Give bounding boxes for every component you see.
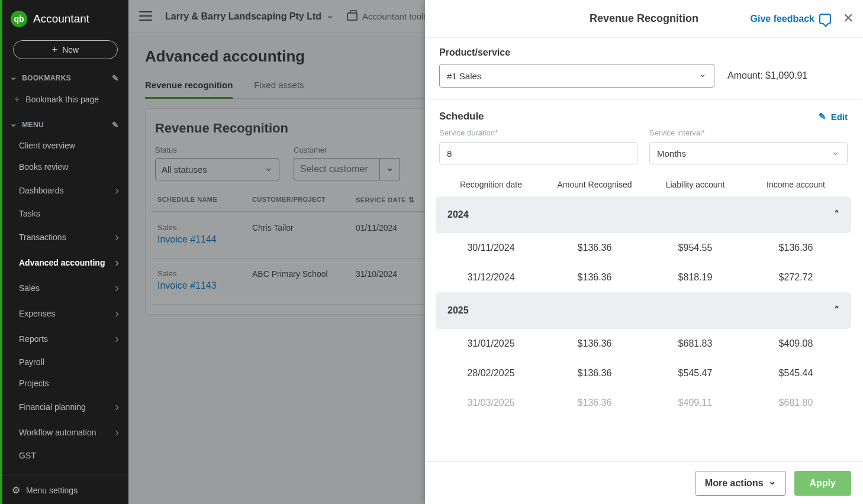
- chevron-right-icon: [115, 425, 119, 439]
- year-band[interactable]: 2025: [436, 292, 851, 329]
- gear-icon: [12, 484, 20, 496]
- chevron-down-icon: ⌄: [699, 69, 707, 79]
- year-band[interactable]: 2024: [436, 196, 851, 233]
- chevron-down-icon: [9, 72, 17, 83]
- service-interval-label: Service interval*: [649, 128, 848, 137]
- chevron-right-icon: [115, 306, 119, 320]
- service-duration-label: Service duration*: [439, 128, 637, 137]
- menu-list: Client overviewBooks reviewDashboardsTas…: [2, 135, 128, 466]
- chevron-right-icon: [115, 400, 119, 413]
- sidebar-item-advanced-accounting[interactable]: Advanced accounting: [2, 250, 128, 275]
- chevron-up-icon: [834, 304, 839, 317]
- sidebar-item-gst[interactable]: GST: [2, 445, 128, 466]
- give-feedback-link[interactable]: Give feedback: [751, 0, 832, 38]
- sidebar-item-tasks[interactable]: Tasks: [2, 203, 128, 224]
- feedback-icon: [819, 14, 831, 24]
- app-title: Accountant: [33, 12, 89, 25]
- drawer-title: Revenue Recognition: [590, 12, 698, 25]
- plus-icon: [52, 44, 57, 55]
- pencil-icon[interactable]: [112, 120, 119, 130]
- chevron-right-icon: [115, 332, 119, 345]
- chevron-down-icon: [9, 119, 17, 130]
- sidebar-item-books-review[interactable]: Books review: [2, 156, 128, 177]
- chevron-right-icon: [115, 183, 119, 197]
- more-actions-button[interactable]: More actions ⌄: [695, 471, 786, 496]
- new-button[interactable]: New: [13, 40, 118, 59]
- revenue-recognition-drawer: Revenue Recognition Give feedback ✕ Prod…: [425, 0, 863, 504]
- sidebar-item-client-overview[interactable]: Client overview: [2, 135, 128, 156]
- chevron-down-icon: [831, 147, 840, 160]
- menu-settings[interactable]: Menu settings: [2, 476, 128, 504]
- schedule-heading: Schedule: [439, 111, 484, 122]
- schedule-row: 31/03/2025 $136.36 $409.11 $681.80: [425, 388, 862, 418]
- chevron-up-icon: [834, 208, 839, 221]
- schedule-row: 31/01/2025 $136.36 $681.83 $409.08: [425, 329, 862, 358]
- chevron-down-icon: ⌄: [768, 476, 776, 487]
- sidebar-item-reports[interactable]: Reports: [2, 326, 128, 351]
- bookmark-this-page[interactable]: Bookmark this page: [2, 88, 128, 111]
- sidebar-item-payroll[interactable]: Payroll: [2, 351, 128, 373]
- pencil-icon: [819, 111, 826, 122]
- sidebar-item-dashboards[interactable]: Dashboards: [2, 177, 128, 203]
- schedule-grid-body: 2024 30/11/2024 $136.36 $954.55 $136.36 …: [425, 196, 862, 418]
- service-interval-select[interactable]: Months: [649, 142, 848, 164]
- schedule-row: 30/11/2024 $136.36 $954.55 $136.36: [425, 233, 862, 263]
- edit-button[interactable]: Edit: [819, 111, 848, 122]
- sidebar-item-sales[interactable]: Sales: [2, 275, 128, 301]
- apply-button[interactable]: Apply: [794, 471, 851, 496]
- sidebar-item-expenses[interactable]: Expenses: [2, 301, 128, 326]
- chevron-right-icon: [115, 281, 119, 295]
- service-duration-input[interactable]: 8: [439, 142, 637, 164]
- schedule-row: 31/12/2024 $136.36 $818.19 $272.72: [425, 263, 862, 292]
- sidebar-item-transactions[interactable]: Transactions: [2, 224, 128, 250]
- plus-icon: [14, 94, 20, 105]
- chevron-right-icon: [115, 230, 119, 244]
- product-service-label: Product/service: [439, 47, 848, 58]
- product-service-select[interactable]: #1 Sales ⌄: [439, 64, 714, 88]
- sidebar-item-workflow-automation[interactable]: Workflow automation: [2, 419, 128, 445]
- amount-display: Amount: $1,090.91: [727, 70, 807, 81]
- chevron-right-icon: [115, 256, 119, 269]
- drawer-footer: More actions ⌄ Apply: [425, 461, 863, 504]
- qb-logo-icon: qb: [11, 11, 27, 27]
- brand: qb Accountant: [2, 7, 128, 35]
- pencil-icon[interactable]: [112, 73, 119, 83]
- sidebar-item-financial-planning[interactable]: Financial planning: [2, 394, 128, 419]
- sidebar: qb Accountant New BOOKMARKS Bookmark thi…: [0, 0, 128, 504]
- schedule-grid-header: Recognition date Amount Recognised Liabi…: [425, 175, 862, 196]
- sidebar-item-projects[interactable]: Projects: [2, 373, 128, 394]
- schedule-row: 28/02/2025 $136.36 $545.47 $545.44: [425, 358, 862, 388]
- menu-heading[interactable]: MENU: [2, 111, 128, 135]
- new-button-label: New: [62, 45, 79, 54]
- close-icon[interactable]: ✕: [843, 11, 854, 26]
- bookmarks-heading[interactable]: BOOKMARKS: [2, 64, 128, 88]
